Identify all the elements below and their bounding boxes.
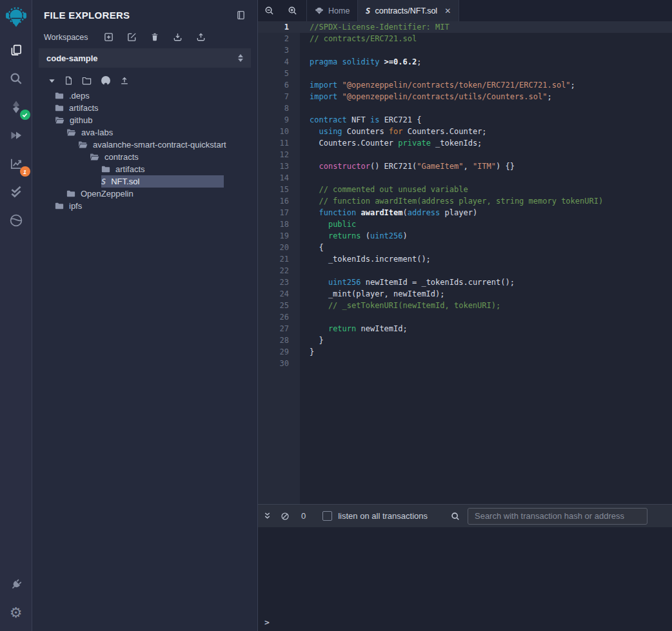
- line-number[interactable]: 26: [258, 311, 300, 323]
- code-line-7[interactable]: 7import "@openzeppelin/contracts/utils/C…: [258, 91, 672, 102]
- code-line-4[interactable]: 4pragma solidity >=0.6.2;: [258, 56, 672, 68]
- line-number[interactable]: 13: [258, 160, 300, 172]
- unit-testing-icon[interactable]: [0, 178, 32, 206]
- line-number[interactable]: 2: [258, 33, 300, 44]
- collapse-caret-icon[interactable]: [48, 77, 55, 84]
- line-number[interactable]: 22: [258, 265, 300, 277]
- code-line-30[interactable]: 30: [258, 358, 672, 369]
- code-line-8[interactable]: 8: [258, 102, 672, 114]
- line-number[interactable]: 16: [258, 195, 300, 207]
- line-number[interactable]: 11: [258, 137, 300, 149]
- zoom-in-icon[interactable]: [288, 6, 297, 15]
- code-line-29[interactable]: 29}: [258, 346, 672, 358]
- code-line-20[interactable]: 20 {: [258, 242, 672, 253]
- tree-item--deps[interactable]: .deps: [55, 90, 257, 102]
- code-line-12[interactable]: 12: [258, 149, 672, 160]
- line-number[interactable]: 23: [258, 277, 300, 288]
- restore-workspaces-icon[interactable]: [196, 32, 206, 42]
- code-line-24[interactable]: 24 _mint(player, newItemId);: [258, 288, 672, 300]
- line-number[interactable]: 28: [258, 335, 300, 346]
- clear-console-icon[interactable]: [281, 512, 290, 521]
- create-workspace-icon[interactable]: [104, 32, 114, 42]
- code-line-18[interactable]: 18 public: [258, 218, 672, 230]
- code-line-13[interactable]: 13 constructor() ERC721("GameItem", "ITM…: [258, 160, 672, 172]
- new-folder-icon[interactable]: [82, 76, 92, 85]
- file-explorer-icon[interactable]: [0, 36, 32, 64]
- solidity-compiler-icon[interactable]: [0, 93, 32, 121]
- tree-item-artifacts[interactable]: artifacts: [101, 163, 257, 175]
- line-number[interactable]: 17: [258, 207, 300, 218]
- line-number[interactable]: 15: [258, 184, 300, 195]
- line-number[interactable]: 4: [258, 56, 300, 68]
- line-number[interactable]: 30: [258, 358, 300, 369]
- workspace-select[interactable]: code-sample: [39, 48, 251, 68]
- line-number[interactable]: 1: [258, 21, 300, 33]
- tab-home[interactable]: Home: [306, 0, 357, 21]
- code-line-2[interactable]: 2// contracts/ERC721.sol: [258, 33, 672, 44]
- code-line-15[interactable]: 15 // commented out unused variable: [258, 184, 672, 195]
- code-line-19[interactable]: 19 returns (uint256): [258, 230, 672, 242]
- terminal-search-input[interactable]: [468, 508, 647, 525]
- line-number[interactable]: 20: [258, 242, 300, 253]
- line-number[interactable]: 18: [258, 218, 300, 230]
- code-line-21[interactable]: 21 _tokenIds.increment();: [258, 253, 672, 265]
- line-number[interactable]: 3: [258, 44, 300, 56]
- code-line-14[interactable]: 14: [258, 172, 672, 184]
- tree-item-contracts[interactable]: contracts: [90, 151, 257, 163]
- close-tab-icon[interactable]: ✕: [444, 7, 451, 15]
- settings-icon[interactable]: ⚙: [0, 599, 32, 627]
- docs-book-icon[interactable]: [236, 10, 246, 20]
- code-line-10[interactable]: 10 using Counters for Counters.Counter;: [258, 126, 672, 137]
- code-line-16[interactable]: 16 // function awardItem(address player,…: [258, 195, 672, 207]
- code-line-22[interactable]: 22: [258, 265, 672, 277]
- expand-terminal-icon[interactable]: [263, 512, 272, 520]
- line-number[interactable]: 19: [258, 230, 300, 242]
- code-line-11[interactable]: 11 Counters.Counter private _tokenIds;: [258, 137, 672, 149]
- deploy-run-icon[interactable]: [0, 121, 32, 150]
- code-line-5[interactable]: 5: [258, 68, 672, 79]
- plugin-manager-icon[interactable]: [0, 570, 32, 599]
- search-icon[interactable]: [0, 64, 32, 93]
- tree-item-nft-sol[interactable]: SNFT.sol: [101, 175, 224, 188]
- code-line-26[interactable]: 26: [258, 311, 672, 323]
- zoom-out-icon[interactable]: [264, 6, 274, 15]
- tree-item-avalanche-smart-contract-quickstart[interactable]: avalanche-smart-contract-quickstart: [78, 139, 257, 151]
- code-line-6[interactable]: 6import "@openzeppelin/contracts/token/E…: [258, 79, 672, 91]
- analytics-icon[interactable]: 1: [0, 150, 32, 178]
- tree-item-artifacts[interactable]: artifacts: [55, 102, 257, 114]
- publish-upload-icon[interactable]: [120, 76, 129, 85]
- code-line-25[interactable]: 25 // _setTokenURI(newItemId, tokenURI);: [258, 300, 672, 311]
- code-line-27[interactable]: 27 return newItemId;: [258, 323, 672, 335]
- code-line-9[interactable]: 9contract NFT is ERC721 {: [258, 114, 672, 126]
- line-number[interactable]: 29: [258, 346, 300, 358]
- listen-transactions-checkbox[interactable]: [322, 511, 332, 521]
- rename-workspace-icon[interactable]: [127, 32, 137, 42]
- line-number[interactable]: 6: [258, 79, 300, 91]
- line-number[interactable]: 14: [258, 172, 300, 184]
- code-editor[interactable]: 1//SPDX-License-Identifier: MIT2// contr…: [258, 21, 672, 504]
- line-number[interactable]: 12: [258, 149, 300, 160]
- terminal-output[interactable]: >: [258, 527, 672, 631]
- line-number[interactable]: 8: [258, 102, 300, 114]
- code-line-28[interactable]: 28 }: [258, 335, 672, 346]
- line-number[interactable]: 10: [258, 126, 300, 137]
- line-number[interactable]: 25: [258, 300, 300, 311]
- tree-item-github[interactable]: github: [55, 114, 257, 126]
- code-line-3[interactable]: 3: [258, 44, 672, 56]
- line-number[interactable]: 21: [258, 253, 300, 265]
- line-number[interactable]: 24: [258, 288, 300, 300]
- line-number[interactable]: 5: [258, 68, 300, 79]
- new-file-icon[interactable]: [64, 76, 73, 85]
- tree-item-openzeppelin[interactable]: OpenZeppelin: [66, 188, 257, 200]
- plugin-circle-icon[interactable]: [0, 206, 32, 235]
- code-line-23[interactable]: 23 uint256 newItemId = _tokenIds.current…: [258, 277, 672, 288]
- delete-workspace-icon[interactable]: [150, 32, 159, 42]
- line-number[interactable]: 7: [258, 91, 300, 102]
- tree-item-ipfs[interactable]: ipfs: [55, 200, 257, 212]
- clone-github-icon[interactable]: [101, 75, 111, 86]
- line-number[interactable]: 27: [258, 323, 300, 335]
- code-line-17[interactable]: 17 function awardItem(address player): [258, 207, 672, 218]
- line-number[interactable]: 9: [258, 114, 300, 126]
- tab-contracts-nft-sol[interactable]: Scontracts/NFT.sol✕: [357, 0, 459, 21]
- tree-item-ava-labs[interactable]: ava-labs: [66, 126, 257, 139]
